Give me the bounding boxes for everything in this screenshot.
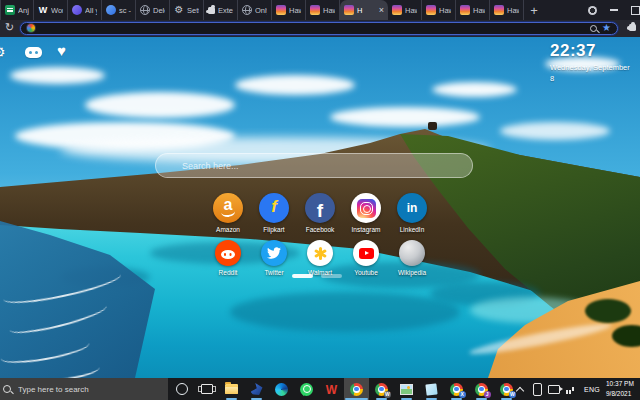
tab-active[interactable]: H [340, 0, 388, 20]
tab-extensions[interactable]: Exten [204, 0, 238, 20]
shortcuts-row-1: Amazon Flipkart Facebook Instagram Linke… [205, 193, 435, 233]
puzzle-icon [208, 7, 215, 14]
tab-sc-1[interactable]: sc - 1 [102, 0, 136, 20]
cloud [500, 122, 610, 140]
system-tray: ENG 10:37 PM 9/8/2021 [512, 378, 640, 400]
network-icon [566, 385, 576, 394]
tab-all-yo[interactable]: All yo [68, 0, 102, 20]
page-dot[interactable] [321, 274, 342, 278]
page-dot-active[interactable] [292, 274, 313, 278]
profile-icon[interactable] [588, 6, 597, 15]
tab-title: Haw [439, 6, 451, 15]
wallpaper-search-bar[interactable] [155, 153, 473, 178]
shortcut-label: Reddit [219, 269, 238, 276]
profile-badge-j: J [484, 391, 492, 399]
tab-anjal[interactable]: Anjal [0, 0, 34, 20]
camera-tray[interactable] [546, 378, 563, 400]
cloud [432, 82, 517, 97]
gamepad-icon[interactable] [25, 47, 42, 58]
wallpaper-thumb-icon [392, 5, 402, 15]
chrome-profile-button[interactable]: X [444, 378, 469, 400]
tab-title: Haw [323, 6, 335, 15]
shortcut-twitter[interactable]: Twitter [251, 240, 297, 276]
task-view-icon [201, 384, 213, 394]
search-icon[interactable] [590, 25, 597, 32]
network-tray[interactable] [563, 378, 580, 400]
shortcut-reddit[interactable]: Reddit [205, 240, 251, 276]
wallpaper-thumb-icon [494, 5, 504, 15]
tab-title: Haw [473, 6, 485, 15]
address-bar[interactable] [20, 22, 618, 35]
gear-icon[interactable] [0, 44, 6, 60]
whatsapp-button[interactable] [294, 378, 319, 400]
browser-tab-strip: Anjal Word All yo sc - 1 Delet Settin Ex… [0, 0, 640, 20]
shortcut-amazon[interactable]: Amazon [205, 193, 251, 233]
tab-close-icon[interactable] [379, 6, 384, 15]
shortcut-label: Twitter [264, 269, 283, 276]
taskbar-clock[interactable]: 10:37 PM 9/8/2021 [604, 379, 640, 399]
profile-badge-x: X [459, 391, 467, 399]
shortcut-label: Amazon [216, 226, 240, 233]
language-indicator[interactable]: ENG [580, 386, 604, 393]
mountain-peak [428, 122, 437, 130]
cortana-button[interactable] [169, 378, 194, 400]
sheets-icon [5, 5, 15, 15]
tab-delet[interactable]: Delet [136, 0, 170, 20]
desktop-screen: Anjal Word All yo sc - 1 Delet Settin Ex… [0, 0, 640, 400]
edge-button[interactable] [269, 378, 294, 400]
shortcut-label: Instagram [352, 226, 381, 233]
shortcut-walmart[interactable]: Walmart [297, 240, 343, 276]
camera-icon [548, 385, 560, 394]
photos-button[interactable] [394, 378, 419, 400]
sticky-notes-button[interactable] [419, 378, 444, 400]
shortcut-youtube[interactable]: Youtube [343, 240, 389, 276]
tab-haw[interactable]: Haw [388, 0, 422, 20]
wallpaper-thumb-icon [276, 5, 286, 15]
taskbar-date: 9/8/2021 [606, 389, 640, 399]
shortcut-linkedin[interactable]: LinkedIn [389, 193, 435, 233]
tab-haw[interactable]: Haw [490, 0, 524, 20]
shortcut-flipkart[interactable]: Flipkart [251, 193, 297, 233]
blue-app-button[interactable] [244, 378, 269, 400]
heart-icon[interactable] [57, 42, 66, 59]
tab-haw[interactable]: Haw [456, 0, 490, 20]
phone-link-tray[interactable] [529, 378, 546, 400]
minimize-button[interactable] [610, 9, 618, 11]
walmart-icon [307, 240, 333, 266]
profile-badge-w: W [509, 391, 517, 399]
address-input[interactable] [40, 23, 585, 34]
file-explorer-button[interactable] [219, 378, 244, 400]
taskbar-search-input[interactable] [16, 384, 163, 395]
extensions-icon[interactable] [629, 24, 636, 31]
new-tab-button[interactable] [524, 0, 544, 20]
tab-haw[interactable]: Haw [306, 0, 340, 20]
shortcut-wikipedia[interactable]: Wikipedia [389, 240, 435, 276]
wps-office-button[interactable] [319, 378, 344, 400]
tab-word[interactable]: Word [34, 0, 68, 20]
tab-only[interactable]: Only [238, 0, 272, 20]
reload-icon[interactable] [5, 21, 14, 34]
search-icon [3, 385, 11, 393]
chrome-profile-button[interactable]: J [469, 378, 494, 400]
tab-haw[interactable]: Haw [272, 0, 306, 20]
app-icon [72, 5, 82, 15]
amazon-icon [213, 193, 243, 223]
shortcut-instagram[interactable]: Instagram [343, 193, 389, 233]
browser-toolbar [0, 20, 640, 37]
wallpaper-thumb-icon [460, 5, 470, 15]
shortcut-facebook[interactable]: Facebook [297, 193, 343, 233]
tab-haw[interactable]: Haw [422, 0, 456, 20]
palm-trees [585, 299, 631, 323]
bookmark-star-icon[interactable] [602, 23, 611, 33]
tab-settings[interactable]: Settin [170, 0, 204, 20]
shortcut-label: Youtube [354, 269, 378, 276]
tab-title: Exten [218, 6, 233, 15]
whatsapp-icon [300, 383, 313, 396]
chrome-button-active[interactable] [344, 378, 369, 400]
search-input[interactable] [180, 160, 460, 172]
maximize-button[interactable] [631, 6, 640, 15]
task-view-button[interactable] [194, 378, 219, 400]
chrome-profile-button[interactable]: W [369, 378, 394, 400]
taskbar-search-box[interactable] [0, 378, 168, 400]
tab-title: All yo [85, 6, 97, 15]
